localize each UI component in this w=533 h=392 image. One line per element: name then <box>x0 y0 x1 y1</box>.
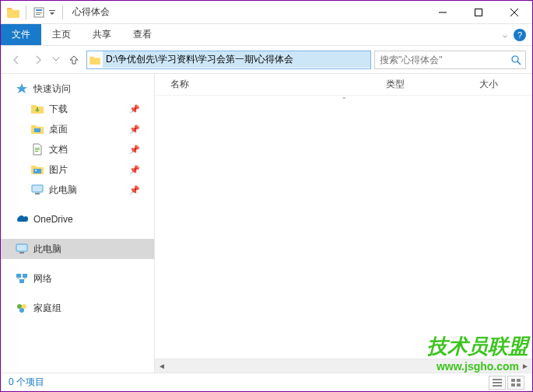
homegroup-icon <box>15 301 29 315</box>
tab-file[interactable]: 文件 <box>1 24 41 45</box>
window-title: 心得体会 <box>69 5 110 19</box>
address-bar[interactable]: D:\争优创先\学习资料\学习会第一期\心得体会 <box>86 51 371 69</box>
address-path[interactable]: D:\争优创先\学习资料\学习会第一期\心得体会 <box>103 51 370 68</box>
sidebar-label: 下载 <box>49 103 68 116</box>
svg-rect-9 <box>35 149 40 150</box>
scroll-right-icon[interactable]: ► <box>518 359 532 373</box>
onedrive-icon <box>15 212 29 226</box>
content-area: 名称 类型 大小 ⌃ ◄ ► <box>155 74 532 373</box>
svg-rect-16 <box>19 252 24 254</box>
pin-icon: 📌 <box>129 185 140 195</box>
desktop-icon <box>30 122 44 136</box>
svg-point-21 <box>22 304 26 309</box>
svg-rect-25 <box>493 385 502 387</box>
sidebar-label: 此电脑 <box>33 243 61 256</box>
svg-rect-29 <box>517 383 521 387</box>
svg-rect-23 <box>493 379 502 380</box>
search-box[interactable] <box>374 51 526 69</box>
column-size[interactable]: 大小 <box>470 78 532 91</box>
sidebar-item-quick-access[interactable]: 快速访问 <box>1 79 154 99</box>
help-icon[interactable]: ? <box>514 29 526 41</box>
svg-rect-15 <box>16 244 27 251</box>
svg-point-12 <box>35 170 37 171</box>
ribbon-tabs: 文件 主页 共享 查看 ⌵ ? <box>1 24 532 46</box>
view-thumbnails-button[interactable] <box>507 376 524 390</box>
sidebar-item-pictures[interactable]: 图片 📌 <box>1 159 154 180</box>
svg-rect-13 <box>32 185 43 192</box>
pictures-icon <box>30 163 44 177</box>
svg-rect-14 <box>35 193 40 194</box>
titlebar: 心得体会 <box>1 1 532 24</box>
tab-home[interactable]: 主页 <box>41 24 82 45</box>
svg-rect-11 <box>33 169 41 173</box>
svg-point-20 <box>17 304 22 309</box>
svg-rect-24 <box>493 382 502 383</box>
forward-button[interactable] <box>29 51 47 69</box>
maximize-button[interactable] <box>461 1 496 24</box>
star-icon <box>15 82 29 96</box>
sidebar-label: 此电脑 <box>49 184 77 197</box>
svg-rect-27 <box>517 379 521 382</box>
search-input[interactable] <box>375 54 507 65</box>
pin-icon: 📌 <box>129 165 140 175</box>
sidebar-label: 网络 <box>33 272 52 285</box>
downloads-icon <box>30 102 44 116</box>
pin-icon: 📌 <box>129 124 140 135</box>
address-folder-icon <box>87 55 103 65</box>
close-button[interactable] <box>496 1 532 24</box>
view-details-button[interactable] <box>489 376 506 390</box>
minimize-button[interactable] <box>425 1 461 24</box>
pc-icon <box>30 183 44 197</box>
sidebar-label: 桌面 <box>49 123 68 136</box>
status-item-count: 0 个项目 <box>9 376 44 389</box>
column-type[interactable]: 类型 <box>377 78 470 91</box>
recent-dropdown-icon[interactable] <box>51 51 61 69</box>
app-folder-icon <box>7 6 19 19</box>
sidebar-item-onedrive[interactable]: OneDrive <box>1 209 154 229</box>
column-split-indicator: ⌃ <box>155 96 532 107</box>
sidebar-label: 文档 <box>49 143 68 156</box>
svg-rect-19 <box>19 279 24 283</box>
horizontal-scrollbar[interactable]: ◄ ► <box>155 359 532 373</box>
navigation-bar: D:\争优创先\学习资料\学习会第一期\心得体会 <box>1 46 532 74</box>
tab-share[interactable]: 共享 <box>82 24 122 45</box>
navigation-pane: 快速访问 下载 📌 桌面 📌 文档 📌 图片 <box>1 74 155 373</box>
sidebar-item-this-pc-qa[interactable]: 此电脑 📌 <box>1 180 154 200</box>
ribbon-expand-icon[interactable]: ⌵ <box>503 30 507 39</box>
file-list-empty[interactable] <box>155 107 532 359</box>
network-icon <box>15 271 29 285</box>
up-button[interactable] <box>65 51 83 69</box>
sidebar-item-network[interactable]: 网络 <box>1 268 154 289</box>
svg-rect-3 <box>36 14 40 15</box>
sidebar-label: 图片 <box>49 163 68 177</box>
search-icon[interactable] <box>507 54 525 65</box>
svg-rect-4 <box>49 10 55 11</box>
tab-view[interactable]: 查看 <box>122 24 163 45</box>
column-headers: 名称 类型 大小 <box>155 74 532 96</box>
svg-rect-17 <box>16 274 21 278</box>
sidebar-item-desktop[interactable]: 桌面 📌 <box>1 119 154 139</box>
svg-rect-2 <box>36 12 42 13</box>
svg-rect-26 <box>511 379 515 382</box>
svg-rect-8 <box>35 148 40 149</box>
sidebar-label: OneDrive <box>33 214 73 225</box>
svg-point-6 <box>512 56 518 62</box>
pc-icon <box>15 242 29 256</box>
status-bar: 0 个项目 <box>1 373 532 391</box>
sidebar-item-homegroup[interactable]: 家庭组 <box>1 298 154 318</box>
svg-rect-28 <box>511 383 515 387</box>
scroll-left-icon[interactable]: ◄ <box>155 359 169 373</box>
back-button[interactable] <box>7 51 26 69</box>
documents-icon <box>30 142 44 156</box>
column-name[interactable]: 名称 <box>155 78 377 91</box>
sidebar-item-this-pc[interactable]: 此电脑 <box>1 239 154 259</box>
svg-rect-5 <box>475 9 482 16</box>
qat-properties-icon[interactable] <box>33 6 45 19</box>
pin-icon: 📌 <box>129 145 140 155</box>
sidebar-item-downloads[interactable]: 下载 📌 <box>1 99 154 119</box>
pin-icon: 📌 <box>129 104 140 114</box>
sidebar-item-documents[interactable]: 文档 📌 <box>1 139 154 159</box>
svg-rect-18 <box>23 274 27 278</box>
qat-dropdown-icon[interactable] <box>48 6 56 19</box>
sidebar-label: 家庭组 <box>33 302 61 315</box>
